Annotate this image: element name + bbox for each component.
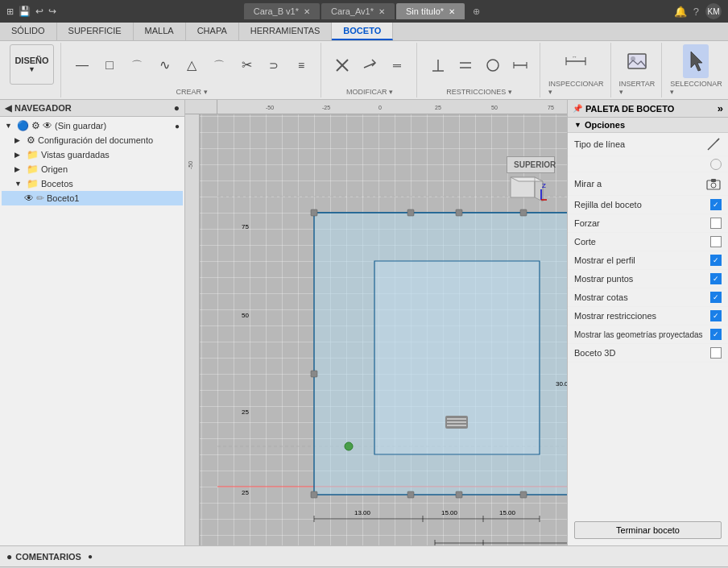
- paleta-expand-btn[interactable]: »: [718, 102, 723, 114]
- redo-icon[interactable]: ↪: [48, 6, 56, 17]
- arc-tool[interactable]: ⌒: [124, 48, 150, 82]
- corte-checkbox[interactable]: [710, 236, 722, 247]
- tab-herramientas[interactable]: HERRAMIENTAS: [239, 23, 333, 40]
- offset-tool[interactable]: ⊃: [261, 48, 287, 82]
- viewport[interactable]: -50 -25 0 25 50 75 100 125 -50: [185, 100, 567, 545]
- sketch-canvas[interactable]: 3.00 18.00 30.00 3.00: [217, 148, 567, 545]
- parallel-tool[interactable]: [453, 48, 478, 82]
- tree-item-bocetos[interactable]: ▼ 📁 Bocetos: [2, 176, 183, 191]
- equal-tool[interactable]: ═: [384, 48, 410, 82]
- tree-item-vistas[interactable]: ▶ 📁 Vistas guardadas: [2, 147, 183, 162]
- tree-item-origen[interactable]: ▶ 📁 Origen: [2, 162, 183, 176]
- handle-tm3[interactable]: [520, 209, 527, 216]
- restricciones-opt-control[interactable]: ✓: [710, 310, 722, 321]
- app-icons[interactable]: ⊞ 💾 ↩ ↪: [6, 6, 56, 17]
- puntos-control[interactable]: ✓: [710, 273, 722, 284]
- line-tool[interactable]: —: [69, 48, 95, 82]
- view-cube-svg[interactable]: Z X: [507, 173, 547, 205]
- navigator-expand-btn[interactable]: ●: [174, 102, 180, 114]
- forzar-control[interactable]: [710, 218, 722, 229]
- tree-toggle-root[interactable]: ▼: [5, 122, 14, 130]
- forzar-checkbox[interactable]: [710, 218, 722, 229]
- perfil-control[interactable]: ✓: [710, 255, 722, 266]
- line-type-icon[interactable]: [705, 136, 722, 152]
- tree-toggle-vistas[interactable]: ▶: [14, 151, 24, 159]
- boceto3d-control[interactable]: [710, 347, 722, 359]
- boceto3d-checkbox[interactable]: [710, 347, 722, 359]
- tab-boceto[interactable]: BOCETO: [332, 23, 393, 40]
- spline-tool[interactable]: ∿: [151, 48, 177, 82]
- rect-tool[interactable]: □: [97, 48, 122, 82]
- circle-constraint-tool[interactable]: [480, 48, 506, 82]
- tab-cara-a-close[interactable]: ✕: [378, 7, 385, 16]
- new-tab-btn[interactable]: ⊕: [466, 6, 486, 17]
- cut-tool[interactable]: [329, 48, 355, 82]
- handle-bl[interactable]: [311, 491, 317, 498]
- rejilla-checkbox[interactable]: ✓: [710, 199, 722, 210]
- window-controls[interactable]: 🔔 ? KM: [674, 3, 722, 19]
- tree-toggle-config[interactable]: ▶: [14, 136, 24, 144]
- tab-cara-a[interactable]: Cara_Av1* ✕: [321, 3, 395, 19]
- pattern-tool[interactable]: ≡: [288, 48, 314, 82]
- help-icon[interactable]: ?: [693, 6, 699, 18]
- perfil-checkbox[interactable]: ✓: [710, 255, 722, 266]
- save-icon[interactable]: 💾: [19, 6, 31, 17]
- tab-malla[interactable]: MALLA: [134, 23, 186, 40]
- measure-tool[interactable]: ↔: [563, 44, 589, 78]
- user-avatar[interactable]: KM: [705, 3, 722, 19]
- section-toggle-icon: ▼: [574, 121, 581, 129]
- tab-cara-b-close[interactable]: ✕: [304, 7, 310, 16]
- restricciones-checkbox[interactable]: ✓: [710, 310, 722, 321]
- tab-chapa[interactable]: CHAPA: [186, 23, 239, 40]
- tab-sin-titulo-close[interactable]: ✕: [449, 7, 455, 16]
- tab-cara-b[interactable]: Cara_B v1* ✕: [244, 3, 320, 19]
- handle-ml[interactable]: [311, 371, 317, 377]
- puntos-checkbox[interactable]: ✓: [710, 273, 722, 284]
- tab-sin-titulo[interactable]: Sin título* ✕: [396, 3, 465, 19]
- terminar-boceto-panel-btn[interactable]: Terminar boceto: [574, 521, 722, 539]
- tab-superficie[interactable]: SUPERFICIE: [57, 23, 134, 40]
- handle-tl[interactable]: [311, 209, 317, 216]
- view-label[interactable]: SUPERIOR: [507, 156, 555, 173]
- trim-tool[interactable]: ✂: [234, 48, 259, 82]
- design-button[interactable]: DISEÑO ▼: [10, 44, 54, 85]
- corte-control[interactable]: [710, 236, 722, 247]
- main-area: ◀ NAVEGADOR ● ▼ 🔵 ⚙ 👁 (Sin guardar) ● ▶ …: [0, 100, 728, 545]
- fillet-tool[interactable]: ⌒: [206, 48, 232, 82]
- tree-item-config[interactable]: ▶ ⚙ Configuración del documento: [2, 133, 183, 147]
- handle-bm3[interactable]: [520, 491, 527, 498]
- perp-tool[interactable]: [425, 48, 451, 82]
- extend-tool[interactable]: [357, 48, 383, 82]
- dim-tool[interactable]: [507, 48, 533, 82]
- handle-tm2[interactable]: [456, 209, 462, 216]
- mirar-control[interactable]: [705, 176, 722, 192]
- geometrias-checkbox[interactable]: ✓: [710, 329, 722, 340]
- navigator-header[interactable]: ◀ NAVEGADOR ●: [0, 100, 184, 117]
- camera-icon[interactable]: [705, 176, 722, 192]
- view-cube[interactable]: SUPERIOR Z X: [507, 156, 555, 205]
- handle-bm2[interactable]: [456, 491, 462, 498]
- handle-bm1[interactable]: [407, 491, 414, 498]
- triangle-tool[interactable]: △: [179, 48, 205, 82]
- cotas-checkbox[interactable]: ✓: [710, 292, 722, 303]
- select-tool[interactable]: [683, 44, 709, 78]
- opciones-section-header[interactable]: ▼ Opciones: [568, 118, 728, 133]
- tree-item-root[interactable]: ▼ 🔵 ⚙ 👁 (Sin guardar) ●: [2, 118, 183, 133]
- comments-expand-icon[interactable]: ●: [88, 552, 93, 561]
- tree-toggle-bocetos[interactable]: ▼: [14, 180, 24, 188]
- tree-toggle-origen[interactable]: ▶: [14, 165, 24, 173]
- cotas-control[interactable]: ✓: [710, 292, 722, 303]
- rejilla-control[interactable]: ✓: [710, 199, 722, 210]
- handle-tm1[interactable]: [407, 209, 414, 216]
- tree-root-options[interactable]: ●: [175, 122, 180, 131]
- undo-icon[interactable]: ↩: [35, 6, 43, 17]
- geometrias-control[interactable]: ✓: [710, 329, 722, 340]
- svg-text:30.00: 30.00: [556, 380, 567, 388]
- insert-image-tool[interactable]: [624, 44, 650, 78]
- tab-solido[interactable]: SÓLIDO: [0, 23, 57, 40]
- tree-item-boceto1[interactable]: 👁 ✏ Boceto1: [2, 191, 183, 205]
- notif-icon[interactable]: 🔔: [674, 6, 687, 18]
- tipo-linea-control[interactable]: [705, 136, 722, 152]
- svg-text:-50: -50: [266, 105, 274, 110]
- comments-collapse-icon[interactable]: ●: [6, 551, 12, 562]
